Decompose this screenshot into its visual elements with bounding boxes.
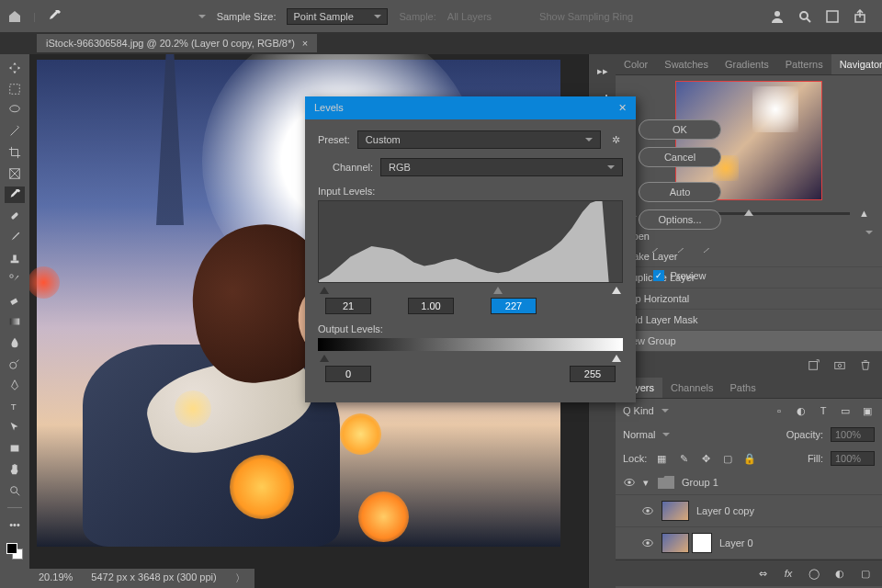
- channel-select[interactable]: RGB: [380, 158, 623, 176]
- link-icon[interactable]: ⇔: [755, 566, 770, 581]
- frame-tool[interactable]: [5, 165, 25, 182]
- chevron-icon[interactable]: [865, 231, 873, 234]
- layer-row[interactable]: Layer 0: [616, 527, 882, 560]
- svg-point-31: [646, 541, 650, 545]
- layer-row[interactable]: Layer 0 copy: [616, 495, 882, 527]
- lasso-tool[interactable]: [5, 102, 25, 119]
- lock-trans-icon[interactable]: ▦: [654, 451, 669, 466]
- share-icon[interactable]: [853, 9, 867, 24]
- tab-color[interactable]: Color: [616, 54, 656, 74]
- fill-input[interactable]: 100%: [831, 451, 875, 466]
- layer-row[interactable]: ▾ Group 1: [616, 470, 882, 495]
- action-item[interactable]: New Group: [616, 331, 882, 352]
- action-item[interactable]: Add Layer Mask: [616, 310, 882, 331]
- tab-paths[interactable]: Paths: [722, 378, 764, 398]
- out-hi-slider[interactable]: [612, 355, 621, 362]
- highlight-slider[interactable]: [612, 287, 621, 294]
- filter-smart-icon[interactable]: ▣: [860, 403, 875, 418]
- camera-icon[interactable]: [832, 357, 847, 372]
- path-select-tool[interactable]: [5, 419, 25, 435]
- status-bar: 20.19%5472 px x 3648 px (300 ppi)〉: [29, 569, 254, 588]
- blur-tool[interactable]: [5, 334, 25, 351]
- pen-tool[interactable]: [5, 377, 25, 393]
- shadow-slider[interactable]: [320, 287, 329, 294]
- new-action-icon[interactable]: [807, 357, 821, 372]
- edit-toolbar-icon[interactable]: •••: [5, 516, 25, 533]
- group-icon[interactable]: ▢: [858, 566, 873, 581]
- tab-patterns[interactable]: Patterns: [777, 54, 831, 74]
- tab-navigator[interactable]: Navigator: [831, 54, 882, 74]
- profile-icon[interactable]: [770, 9, 785, 24]
- highlight-input[interactable]: 227: [491, 298, 537, 314]
- ok-button[interactable]: OK: [639, 119, 721, 140]
- white-point-icon[interactable]: ⟋: [698, 243, 713, 257]
- lock-all-icon[interactable]: 🔒: [742, 451, 757, 466]
- options-button[interactable]: Options...: [639, 209, 721, 230]
- type-tool[interactable]: T: [5, 398, 25, 414]
- close-icon[interactable]: ×: [302, 38, 308, 49]
- marquee-tool[interactable]: [5, 81, 25, 97]
- action-item[interactable]: Flip Horizontal: [616, 288, 882, 310]
- layer-thumbnail: [662, 533, 689, 553]
- adjustment-icon[interactable]: ◐: [832, 566, 847, 581]
- preset-select[interactable]: Custom: [357, 130, 601, 149]
- history-brush-tool[interactable]: [5, 271, 25, 288]
- tab-channels[interactable]: Channels: [662, 378, 721, 398]
- stamp-tool[interactable]: [5, 250, 25, 266]
- tab-gradients[interactable]: Gradients: [717, 54, 777, 74]
- mid-slider[interactable]: [493, 287, 503, 294]
- svg-rect-24: [835, 362, 845, 368]
- filter-pixel-icon[interactable]: ▫: [772, 403, 786, 418]
- out-lo-input[interactable]: 0: [325, 366, 371, 382]
- mask-icon[interactable]: ◯: [807, 566, 821, 581]
- crop-tool[interactable]: [5, 144, 25, 161]
- fx-icon[interactable]: fx: [781, 566, 796, 581]
- folder-icon: [658, 476, 674, 489]
- filter-type-icon[interactable]: T: [816, 403, 831, 418]
- gray-point-icon[interactable]: ⟋: [673, 243, 687, 257]
- opacity-input[interactable]: 100%: [831, 427, 875, 442]
- document-tab[interactable]: iStock-966306584.jpg @ 20.2% (Layer 0 co…: [37, 34, 317, 52]
- visibility-icon[interactable]: [641, 504, 654, 517]
- midtone-input[interactable]: 1.00: [408, 298, 454, 314]
- filter-shape-icon[interactable]: ▭: [838, 403, 853, 418]
- lock-pos-icon[interactable]: ✥: [698, 451, 713, 466]
- search-icon[interactable]: [797, 9, 812, 24]
- eyedropper-icon[interactable]: [47, 9, 62, 24]
- rectangle-tool[interactable]: [5, 440, 25, 457]
- preview-checkbox[interactable]: ✓Preview: [639, 270, 721, 281]
- svg-point-29: [646, 509, 650, 513]
- eyedropper-tool[interactable]: [5, 187, 25, 203]
- trash-icon[interactable]: [858, 357, 873, 372]
- shadow-input[interactable]: 21: [325, 298, 371, 314]
- out-lo-slider[interactable]: [320, 355, 329, 362]
- svg-rect-11: [10, 299, 17, 305]
- filter-adjust-icon[interactable]: ◐: [794, 403, 808, 418]
- gradient-tool[interactable]: [5, 313, 25, 330]
- visibility-icon[interactable]: [623, 476, 636, 489]
- close-icon[interactable]: ✕: [618, 102, 627, 114]
- brush-tool[interactable]: [5, 229, 25, 245]
- auto-button[interactable]: Auto: [639, 182, 721, 202]
- hand-tool[interactable]: [5, 461, 25, 478]
- wand-tool[interactable]: [5, 123, 25, 140]
- tab-swatches[interactable]: Swatches: [656, 54, 717, 74]
- lock-nest-icon[interactable]: ▢: [720, 451, 735, 466]
- move-tool[interactable]: [5, 60, 25, 76]
- zoom-in-icon[interactable]: ▲: [859, 208, 869, 219]
- eraser-tool[interactable]: [5, 292, 25, 309]
- dodge-tool[interactable]: [5, 356, 25, 372]
- black-point-icon[interactable]: ⟋: [647, 243, 662, 257]
- sample-size-select[interactable]: Point Sample: [287, 8, 388, 25]
- color-swatches[interactable]: [6, 543, 23, 560]
- collapse-icon[interactable]: ▸▸: [595, 63, 610, 78]
- home-icon[interactable]: [7, 9, 22, 24]
- healing-tool[interactable]: [5, 208, 25, 224]
- out-hi-input[interactable]: 255: [570, 366, 616, 382]
- lock-paint-icon[interactable]: ✎: [676, 451, 691, 466]
- visibility-icon[interactable]: [641, 537, 654, 549]
- frame-icon[interactable]: [825, 9, 840, 24]
- gear-icon[interactable]: ✲: [608, 132, 623, 147]
- cancel-button[interactable]: Cancel: [639, 147, 721, 167]
- zoom-tool[interactable]: [5, 482, 25, 499]
